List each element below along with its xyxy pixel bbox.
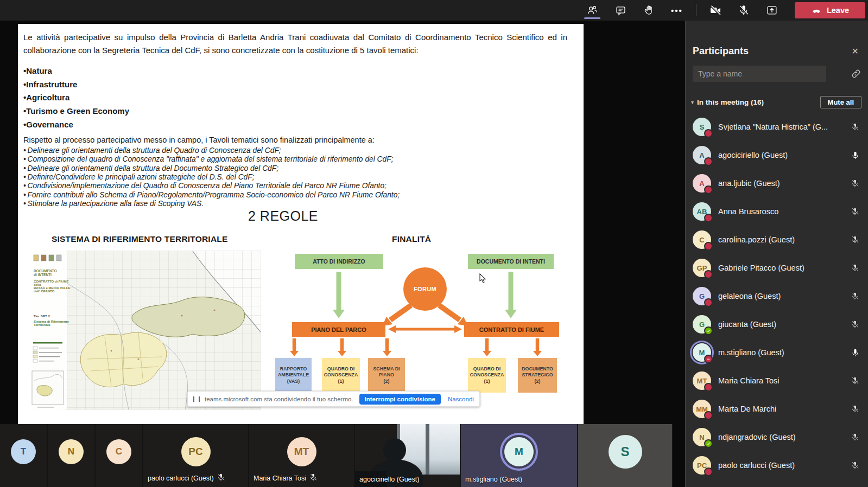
presence-busy-icon (704, 298, 713, 307)
topic-bullet-list: •Natura•Infrastrutture•Agricoltura•Turis… (23, 65, 567, 131)
participant-row[interactable]: M m.stigliano (Guest) (686, 338, 868, 367)
diagram-box-atto-di-indirizzo: ATTO DI INDIRIZZO (295, 254, 383, 269)
map-inset (32, 371, 64, 405)
topic-bullet: •Natura (23, 65, 567, 78)
diagram-box-contratto-di-fiume: CONTRATTO DI FIUME (464, 322, 559, 337)
mic-off-icon[interactable] (850, 292, 860, 300)
participant-name: carolina.pozzi (Guest) (718, 235, 850, 244)
mic-off-icon[interactable] (850, 235, 860, 244)
tile-participant-name: agociciriello (Guest) (359, 476, 419, 483)
participant-row[interactable]: A ana.ljubic (Guest) (686, 169, 868, 197)
slide-title: 2 REGOLE (248, 208, 318, 224)
participant-name: agociciriello (Guest) (718, 151, 850, 159)
close-icon[interactable]: ✕ (852, 46, 859, 56)
participant-tile[interactable]: MT Maria Chiara Tosi (249, 424, 354, 487)
participant-row[interactable]: PC paolo carlucci (Guest) (686, 451, 868, 479)
avatar: GP (693, 259, 711, 277)
participant-row[interactable]: C carolina.pozzi (Guest) (686, 226, 868, 254)
mic-off-icon[interactable] (850, 376, 860, 385)
participant-row[interactable]: G giucanta (Guest) (686, 310, 868, 338)
hang-up-icon (811, 5, 822, 16)
participant-name: Anna Brusarosco (718, 207, 850, 216)
diagram-box-documento-di-intenti: DOCUMENTO DI INTENTI (468, 254, 554, 269)
participant-name: Gabriele Pitacco (Guest) (718, 264, 850, 272)
participant-row[interactable]: MM Marta De Marchi (686, 395, 868, 423)
participants-icon (586, 4, 598, 16)
participant-row[interactable]: S Svjetlana "Natura Histrica" (G... (686, 113, 868, 141)
raise-hand-button[interactable] (635, 0, 663, 21)
mic-off-icon[interactable] (850, 179, 860, 188)
participant-tile[interactable]: C (96, 424, 142, 487)
toolbar-divider (696, 4, 696, 16)
avatar: PC (693, 456, 711, 475)
diagram-section-header: FINALITÀ (392, 234, 431, 244)
presence-busy-icon (704, 242, 713, 251)
avatar: A (693, 174, 711, 193)
participants-button[interactable] (578, 0, 606, 21)
chevron-down-icon[interactable]: ▾ (691, 99, 694, 105)
mic-off-icon[interactable] (850, 207, 860, 216)
mic-toggle-button[interactable] (730, 0, 758, 21)
mic-off-icon[interactable] (850, 433, 860, 441)
leave-label: Leave (827, 6, 849, 15)
diagram-box-documento-strategico: DOCUMENTO STRATEGICO (2) (518, 358, 557, 393)
participant-row[interactable]: G gelaleona (Guest) (686, 282, 868, 310)
topic-bullet: •Governance (23, 118, 567, 132)
mic-icon[interactable] (850, 348, 860, 357)
diagram-box-piano-del-parco: PIANO DEL PARCO (292, 322, 385, 337)
map-section-header: SISTEMA DI RIFERIMENTO TERRITORIALE (52, 234, 227, 244)
mic-off-icon[interactable] (850, 405, 860, 413)
avatar: M (504, 437, 534, 466)
participants-list: S Svjetlana "Natura Histrica" (G... A ag… (686, 113, 868, 479)
share-message: teams.microsoft.com sta condividendo il … (205, 396, 353, 402)
participant-tile[interactable]: S (578, 424, 672, 487)
participant-row[interactable]: AB Anna Brusarosco (686, 197, 868, 226)
more-options-button[interactable]: ••• (663, 0, 691, 21)
leave-button[interactable]: Leave (795, 2, 865, 18)
participant-row[interactable]: N ndjangradovic (Guest) (686, 423, 868, 451)
participant-row[interactable]: MT Maria Chiara Tosi (686, 367, 868, 395)
map-doc-intenti-label: DOCUMENTO di INTENTI (34, 269, 57, 277)
participant-tile[interactable]: N (48, 424, 94, 487)
avatar: M (693, 343, 711, 362)
video-tile[interactable]: agociciriello (Guest) (355, 424, 460, 487)
stop-sharing-button[interactable]: Interrompi condivisione (359, 394, 441, 405)
diagram-box-rapporto-ambientale: RAPPORTO AMBIENTALE (VAS) (275, 358, 312, 393)
search-input[interactable] (693, 66, 826, 82)
document-paragraph: Le attività partecipative su impulso del… (23, 31, 567, 56)
mic-off-icon (217, 473, 225, 483)
avatar: A (693, 146, 711, 164)
process-bullet: • Composizione del quadro di Conoscenza … (23, 155, 567, 164)
tile-participant-name: m.stigliano (Guest) (465, 476, 522, 483)
mouse-cursor (480, 274, 485, 283)
mic-off-icon[interactable] (850, 264, 860, 272)
share-screen-button[interactable] (758, 0, 786, 21)
hide-share-bar-button[interactable]: Nascondi (448, 396, 474, 402)
topic-bullet: •Agricoltura (23, 91, 567, 105)
mute-all-button[interactable]: Mute all (820, 96, 861, 108)
avatar: MT (287, 437, 316, 466)
participant-row[interactable]: A agociciriello (Guest) (686, 141, 868, 169)
copy-link-icon[interactable] (851, 68, 861, 79)
participant-tile[interactable]: T (0, 424, 47, 487)
process-bullet: • Delineare gli orientamenti della strut… (23, 146, 567, 155)
avatar: S (609, 435, 642, 469)
mic-icon[interactable] (850, 151, 860, 160)
mic-off-icon (738, 4, 750, 16)
participant-tile[interactable]: M m.stigliano (Guest) (461, 424, 577, 487)
avatar: MT (693, 371, 711, 390)
participant-tile[interactable]: PC paolo carlucci (Guest) (143, 424, 248, 487)
mic-off-icon[interactable] (850, 461, 860, 470)
territorial-map (30, 251, 261, 410)
map-tav-label: Tav. SRT 2 (34, 315, 50, 318)
participant-row[interactable]: GP Gabriele Pitacco (Guest) (686, 254, 868, 282)
topic-bullet: •Turismo e Green Economy (23, 105, 567, 118)
camera-toggle-button[interactable] (701, 0, 730, 21)
shared-screen-content: Le attività partecipative su impulso del… (18, 24, 584, 424)
chat-button[interactable] (606, 0, 635, 21)
mic-off-icon[interactable] (850, 320, 860, 329)
mic-off-icon[interactable] (850, 123, 860, 131)
presence-busy-icon (704, 214, 713, 222)
presence-busy-icon (704, 270, 713, 279)
participant-name: ana.ljubic (Guest) (718, 179, 850, 188)
